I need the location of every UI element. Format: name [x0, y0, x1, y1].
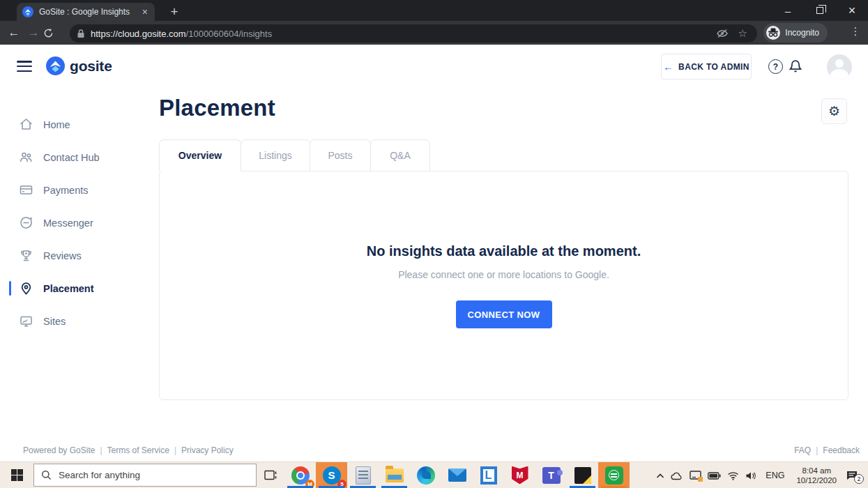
mail-icon [448, 468, 466, 482]
footer-link-powered[interactable]: Powered by GoSite [23, 445, 95, 455]
browser-titlebar: GoSite : Google Insights × + – × [0, 0, 868, 21]
bell-icon [788, 59, 803, 75]
tab-bar: Overview Listings Posts Q&A [159, 139, 429, 171]
taskbar-black-app[interactable] [567, 462, 598, 488]
incognito-badge: Incognito [763, 23, 828, 43]
tray-expand-button[interactable] [656, 473, 664, 479]
search-input[interactable] [59, 470, 226, 480]
tray-wifi[interactable] [727, 471, 739, 480]
reload-icon[interactable] [43, 28, 63, 38]
sidebar-item-contact-hub[interactable]: Contact Hub [0, 141, 139, 174]
start-button[interactable] [0, 462, 33, 488]
password-eye-off-icon[interactable] [716, 28, 729, 39]
taskbar-chrome[interactable]: M [284, 462, 316, 488]
sidebar-label: Messenger [43, 218, 93, 229]
taskbar-file-explorer[interactable] [379, 462, 410, 488]
user-avatar[interactable] [827, 54, 852, 79]
tray-device[interactable] [690, 471, 701, 480]
tray-volume[interactable] [745, 471, 756, 480]
footer-separator: | [100, 445, 102, 455]
device-badge [698, 477, 703, 482]
url-host: https://cloud.gosite.com [91, 29, 186, 39]
search-icon [41, 470, 52, 480]
connect-now-button[interactable]: CONNECT NOW [456, 300, 552, 328]
sidebar-item-placement[interactable]: Placement [0, 272, 139, 305]
sidebar-item-payments[interactable]: Payments [0, 174, 139, 206]
language-indicator[interactable]: ENG [763, 471, 787, 480]
tab-overview[interactable]: Overview [159, 139, 241, 171]
gear-icon: ⚙ [828, 105, 840, 118]
new-tab-button[interactable]: + [166, 4, 183, 21]
taskbar-l-app[interactable]: L [473, 462, 504, 488]
hamburger-menu-icon[interactable] [17, 61, 32, 72]
sidebar-label: Payments [43, 185, 88, 196]
tab-close-icon[interactable]: × [141, 7, 149, 17]
restore-button[interactable] [804, 0, 836, 21]
black-yellow-app-icon [574, 467, 591, 484]
sidebar-label: Placement [43, 283, 94, 294]
speaker-icon [745, 471, 756, 480]
taskbar-green-app[interactable] [598, 462, 630, 488]
taskbar-mcafee[interactable]: M [504, 462, 535, 488]
brand-name: gosite [70, 58, 112, 75]
tab-qa[interactable]: Q&A [370, 139, 430, 171]
sidebar-label: Sites [43, 316, 66, 327]
green-app-icon [605, 466, 623, 485]
lock-icon [77, 29, 85, 38]
sidebar-item-reviews[interactable]: Reviews [0, 239, 139, 272]
task-view-button[interactable] [257, 462, 284, 488]
notifications-button[interactable] [788, 59, 803, 75]
tab-listings[interactable]: Listings [241, 139, 310, 171]
contacts-icon [19, 150, 33, 165]
footer-link-privacy[interactable]: Privacy Policy [181, 445, 234, 455]
tray-battery[interactable] [708, 472, 721, 480]
back-to-admin-button[interactable]: ← BACK TO ADMIN [661, 54, 752, 79]
screen: GoSite : Google Insights × + – × ← → htt… [0, 0, 868, 488]
taskbar-edge[interactable] [410, 462, 441, 488]
forward-icon[interactable]: → [24, 26, 43, 40]
windows-logo-icon [11, 469, 23, 481]
empty-state-subtext: Please connect one or more locations to … [160, 269, 848, 280]
active-indicator [9, 281, 11, 296]
footer-link-faq[interactable]: FAQ [794, 445, 811, 455]
help-button[interactable]: ? [768, 59, 783, 74]
minimize-button[interactable]: – [772, 0, 804, 21]
sidebar-item-sites[interactable]: Sites [0, 305, 139, 337]
system-tray: ENG 8:04 am 10/12/2020 2 [656, 462, 868, 488]
close-button[interactable]: × [836, 0, 868, 21]
sidebar-label: Contact Hub [43, 152, 100, 163]
action-center-button[interactable]: 2 [846, 470, 864, 481]
l-app-icon: L [480, 466, 497, 485]
tray-onedrive[interactable] [671, 471, 683, 480]
chevron-up-icon [656, 473, 664, 479]
back-icon[interactable]: ← [4, 26, 24, 40]
clock[interactable]: 8:04 am 10/12/2020 [793, 466, 839, 485]
sidebar-item-messenger[interactable]: Messenger [0, 206, 139, 239]
footer-link-terms[interactable]: Terms of Service [107, 445, 169, 455]
tab-title: GoSite : Google Insights [39, 7, 135, 17]
tab-posts[interactable]: Posts [310, 139, 371, 171]
taskbar-teams[interactable]: T [535, 462, 567, 488]
sidebar-item-home[interactable]: Home [0, 108, 139, 141]
back-arrow-icon: ← [663, 61, 673, 73]
notepad-icon [356, 466, 371, 485]
brand-logo[interactable]: gosite [46, 56, 112, 75]
bookmark-star-icon[interactable]: ☆ [738, 27, 747, 40]
address-bar[interactable]: https://cloud.gosite.com/1000060604/insi… [70, 24, 757, 43]
map-pin-icon [19, 281, 33, 296]
taskbar-notepad[interactable] [347, 462, 379, 488]
notification-count-badge: 2 [854, 474, 864, 484]
browser-menu-icon[interactable]: ⋮ [848, 25, 862, 38]
settings-button[interactable]: ⚙ [821, 98, 847, 124]
cloud-icon [671, 471, 683, 480]
taskbar-search[interactable] [33, 464, 257, 487]
task-view-icon [264, 469, 277, 481]
wifi-icon [727, 471, 739, 480]
empty-state-heading: No insights data available at the moment… [160, 243, 848, 259]
taskbar-mail[interactable] [441, 462, 473, 488]
page-title: Placement [159, 95, 275, 121]
browser-tab[interactable]: GoSite : Google Insights × [17, 3, 155, 21]
footer-link-feedback[interactable]: Feedback [823, 445, 860, 455]
taskbar-apps: M S 5 L [284, 462, 630, 488]
taskbar-skype[interactable]: S 5 [316, 462, 347, 488]
